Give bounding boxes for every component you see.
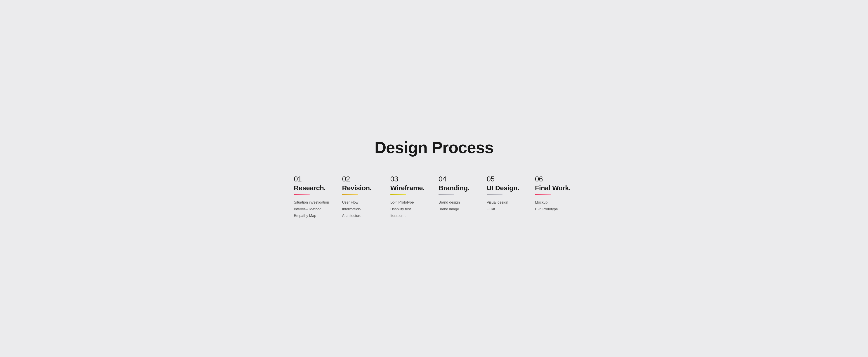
step-1-detail-3: Empathy Map xyxy=(294,213,333,219)
step-number-3: 03 xyxy=(391,175,430,183)
step-4-detail-2: Brand image xyxy=(438,206,477,212)
step-details-4: Brand designBrand image xyxy=(438,199,477,212)
step-item-2: 02Revision.User FlowInformation-Architec… xyxy=(338,175,385,219)
step-details-1: Situation investigationInterview MethodE… xyxy=(294,199,333,219)
step-6-detail-1: Mockup xyxy=(535,199,574,205)
step-divider-4 xyxy=(438,194,454,195)
step-title-3: Wireframe. xyxy=(391,184,430,192)
step-number-4: 04 xyxy=(438,175,477,183)
page-title: Design Process xyxy=(375,138,493,157)
step-details-5: Visual designUI kit xyxy=(487,199,526,212)
step-divider-1 xyxy=(294,194,310,195)
step-1-detail-1: Situation investigation xyxy=(294,199,333,205)
step-2-detail-3: Architecture xyxy=(342,213,381,219)
step-3-detail-1: Lo-fi Prototype xyxy=(391,199,430,205)
step-number-5: 05 xyxy=(487,175,526,183)
step-number-6: 06 xyxy=(535,175,574,183)
step-1-detail-2: Interview Method xyxy=(294,206,333,212)
step-divider-6 xyxy=(535,194,551,195)
step-title-5: UI Design. xyxy=(487,184,526,192)
step-details-6: MockupHi-fi Prototype xyxy=(535,199,574,212)
step-item-5: 05UI Design.Visual designUI kit xyxy=(482,175,530,219)
step-item-6: 06Final Work.MockupHi-fi Prototype xyxy=(530,175,579,219)
step-3-detail-2: Usability test xyxy=(391,206,430,212)
step-item-1: 01Research.Situation investigationInterv… xyxy=(289,175,338,219)
step-title-4: Branding. xyxy=(438,184,477,192)
steps-container: 01Research.Situation investigationInterv… xyxy=(289,175,579,219)
step-number-2: 02 xyxy=(342,175,381,183)
step-5-detail-2: UI kit xyxy=(487,206,526,212)
step-divider-5 xyxy=(487,194,502,195)
step-2-detail-2: Information- xyxy=(342,206,381,212)
step-details-2: User FlowInformation-Architecture xyxy=(342,199,381,219)
step-divider-2 xyxy=(342,194,358,195)
step-5-detail-1: Visual design xyxy=(487,199,526,205)
step-divider-3 xyxy=(391,194,406,195)
step-item-4: 04Branding.Brand designBrand image xyxy=(434,175,482,219)
step-2-detail-1: User Flow xyxy=(342,199,381,205)
step-item-3: 03Wireframe.Lo-fi PrototypeUsability tes… xyxy=(386,175,434,219)
step-title-2: Revision. xyxy=(342,184,381,192)
step-title-6: Final Work. xyxy=(535,184,574,192)
step-details-3: Lo-fi PrototypeUsability testIteration..… xyxy=(391,199,430,219)
step-number-1: 01 xyxy=(294,175,333,183)
step-title-1: Research. xyxy=(294,184,333,192)
step-3-detail-3: Iteration... xyxy=(391,213,430,219)
page-container: Design Process 01Research.Situation inve… xyxy=(276,120,592,237)
step-4-detail-1: Brand design xyxy=(438,199,477,205)
step-6-detail-2: Hi-fi Prototype xyxy=(535,206,574,212)
